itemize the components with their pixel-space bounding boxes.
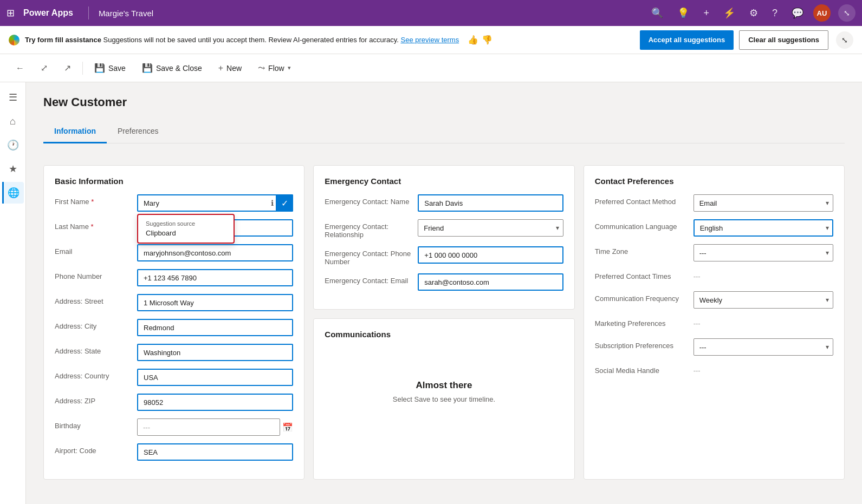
sp-label: Subscription Preferences xyxy=(595,338,687,350)
new-tab-button[interactable]: ↗ xyxy=(57,59,78,77)
suggestion-tooltip: Suggestion source Clipboard xyxy=(137,214,235,244)
main-layout: ☰ ⌂ 🕐 ★ 🌐 New Customer Information Prefe… xyxy=(0,82,862,504)
tab-information[interactable]: Information xyxy=(43,120,107,143)
back-button[interactable]: ← xyxy=(9,60,31,77)
field-row-phone: Phone Number xyxy=(55,269,293,286)
info-icon[interactable]: ℹ xyxy=(271,199,274,207)
save-button[interactable]: 💾 Save xyxy=(87,59,133,77)
cl-select[interactable]: English Spanish French xyxy=(694,219,833,237)
thumbs-down-icon[interactable]: 👎 xyxy=(482,35,492,45)
flow-chevron-icon: ▾ xyxy=(288,64,291,71)
street-input[interactable] xyxy=(137,294,293,311)
help-icon[interactable]: ? xyxy=(772,8,777,19)
new-icon: + xyxy=(218,63,223,73)
sidebar-item-current[interactable]: 🌐 xyxy=(2,182,24,204)
ec-phone-input[interactable] xyxy=(418,246,563,264)
accept-firstname-button[interactable]: ✓ xyxy=(276,194,293,212)
thumbs-up-icon[interactable]: 👍 xyxy=(468,35,478,45)
flow-icon: ⤳ xyxy=(258,63,265,73)
field-row-sp: Subscription Preferences --- ▾ xyxy=(595,338,833,356)
cmd-divider-1 xyxy=(82,62,83,75)
command-bar: ← ⤢ ↗ 💾 Save 💾 Save & Close + New ⤳ Flow… xyxy=(0,54,862,82)
ec-name-input[interactable] xyxy=(418,194,563,212)
expand-icon[interactable]: ⤡ xyxy=(838,4,855,22)
cf-wrap: Weekly Daily Monthly ▾ xyxy=(694,291,833,309)
email-input[interactable] xyxy=(137,244,293,261)
avatar[interactable]: AU xyxy=(813,4,831,22)
search-icon[interactable]: 🔍 xyxy=(651,7,663,19)
cf-label: Communication Frequency xyxy=(595,291,687,303)
ai-suggestion-bar: Try form fill assistance Suggestions wil… xyxy=(0,26,862,54)
tz-select[interactable]: --- xyxy=(694,244,833,261)
cf-select[interactable]: Weekly Daily Monthly xyxy=(694,291,833,309)
sp-select[interactable]: --- xyxy=(694,338,833,356)
ec-name-wrap xyxy=(418,194,563,212)
phone-input[interactable] xyxy=(137,269,293,286)
settings-icon[interactable]: ⚙ xyxy=(749,7,758,19)
sidebar-item-home[interactable]: ⌂ xyxy=(2,110,24,132)
middle-column: Emergency Contact Emergency Contact: Nam… xyxy=(313,165,574,480)
ec-phone-label: Emergency Contact: Phone Number xyxy=(325,246,411,266)
field-row-pcm: Preferred Contact Method Email Phone Mai… xyxy=(595,194,833,212)
side-expand-icon[interactable]: ⤡ xyxy=(836,31,853,49)
email-label: Email xyxy=(55,244,131,256)
ec-rel-label: Emergency Contact: Relationship xyxy=(325,219,411,239)
feedback-icon[interactable]: 💬 xyxy=(792,7,803,19)
new-label: New xyxy=(226,64,242,73)
field-row-firstname: First Name ℹ ✓ Suggestion source Clipboa… xyxy=(55,194,293,212)
save-close-button[interactable]: 💾 Save & Close xyxy=(135,59,209,77)
new-button[interactable]: + New xyxy=(211,60,249,77)
sidebar-item-menu[interactable]: ☰ xyxy=(2,87,24,108)
state-input[interactable] xyxy=(137,344,293,361)
communications-section: Communications Almost there Select Save … xyxy=(313,318,574,480)
accept-all-button[interactable]: Accept all suggestions xyxy=(640,30,734,50)
flow-label: Flow xyxy=(268,64,284,73)
tz-label: Time Zone xyxy=(595,244,687,256)
communications-title: Communications xyxy=(325,330,563,339)
birthday-input[interactable] xyxy=(137,418,280,436)
ec-email-input[interactable] xyxy=(418,273,563,291)
first-name-input-group: ℹ ✓ xyxy=(137,194,293,212)
new-tab-icon: ↗ xyxy=(64,63,71,73)
ai-logo-icon xyxy=(9,35,20,45)
country-label: Address: Country xyxy=(55,369,131,380)
topbar: ⊞ Power Apps Margie's Travel 🔍 💡 + ⚡ ⚙ ?… xyxy=(0,0,862,26)
field-row-cl: Communication Language English Spanish F… xyxy=(595,219,833,237)
pcm-wrap: Email Phone Mail ▾ xyxy=(694,194,833,212)
ec-email-wrap xyxy=(418,273,563,291)
field-row-ec-name: Emergency Contact: Name xyxy=(325,194,563,212)
tab-preferences[interactable]: Preferences xyxy=(107,120,169,143)
plus-icon[interactable]: + xyxy=(703,8,709,19)
restore-button[interactable]: ⤢ xyxy=(34,59,55,77)
emergency-contact-section: Emergency Contact Emergency Contact: Nam… xyxy=(313,165,574,310)
zip-input[interactable] xyxy=(137,394,293,411)
airport-input[interactable] xyxy=(137,443,293,461)
apps-grid-icon[interactable]: ⊞ xyxy=(7,7,15,19)
ec-phone-wrap xyxy=(418,246,563,264)
brand-name: Power Apps xyxy=(23,8,73,18)
birthday-wrap: 📅 xyxy=(137,418,293,436)
sidebar-item-favorites[interactable]: ★ xyxy=(2,158,24,180)
phone-wrap xyxy=(137,269,293,286)
city-input[interactable] xyxy=(137,319,293,336)
ec-rel-select[interactable]: Friend Family Colleague xyxy=(418,219,563,237)
clear-all-button[interactable]: Clear all suggestions xyxy=(739,30,828,50)
country-input[interactable] xyxy=(137,369,293,386)
save-label: Save xyxy=(108,64,126,73)
preview-terms-link[interactable]: See preview terms xyxy=(400,36,459,44)
sidebar-item-recent[interactable]: 🕐 xyxy=(2,134,24,156)
field-row-city: Address: City xyxy=(55,319,293,336)
first-name-input[interactable] xyxy=(137,194,293,212)
filter-icon[interactable]: ⚡ xyxy=(723,7,735,19)
field-row-ec-email: Emergency Contact: Email xyxy=(325,273,563,291)
calendar-icon[interactable]: 📅 xyxy=(282,422,293,433)
field-row-tz: Time Zone --- ▾ xyxy=(595,244,833,261)
ai-message: Suggestions will not be saved until you … xyxy=(103,36,399,44)
tabs-container: Information Preferences xyxy=(43,120,845,143)
field-row-cf: Communication Frequency Weekly Daily Mon… xyxy=(595,291,833,309)
pct-label: Preferred Contact Times xyxy=(595,269,687,280)
phone-label: Phone Number xyxy=(55,269,131,280)
pcm-select[interactable]: Email Phone Mail xyxy=(694,194,833,212)
lightbulb-icon[interactable]: 💡 xyxy=(677,7,689,19)
flow-button[interactable]: ⤳ Flow ▾ xyxy=(251,59,298,77)
